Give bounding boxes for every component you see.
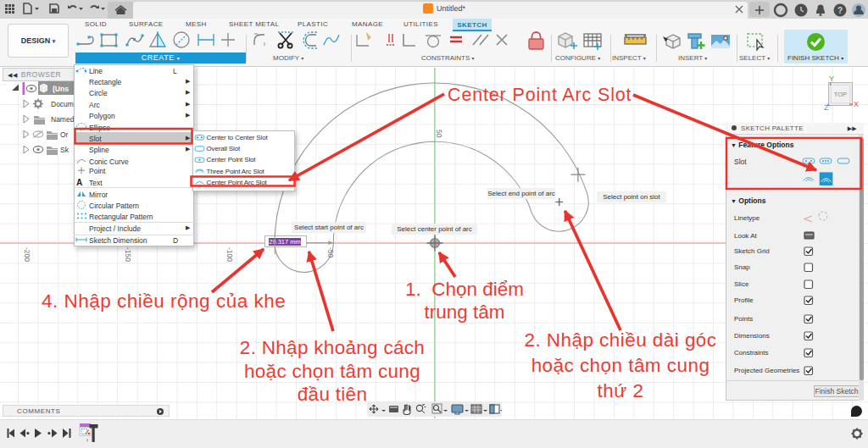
svg-text:-150: -150 — [124, 247, 132, 262]
svg-text:A: A — [76, 178, 82, 187]
svg-text:(Uns: (Uns — [53, 85, 69, 93]
svg-text:-50: -50 — [326, 247, 335, 258]
svg-text:50: 50 — [435, 130, 443, 138]
svg-text:Sk: Sk — [60, 146, 70, 154]
svg-text:Y: Y — [829, 75, 834, 83]
svg-text:?: ? — [837, 6, 843, 15]
svg-text:-200: -200 — [23, 247, 31, 262]
svg-text:Docume: Docume — [51, 100, 76, 108]
svg-text:-100: -100 — [225, 247, 234, 262]
svg-text:Named: Named — [51, 115, 75, 124]
svg-text:X: X — [854, 100, 859, 108]
svg-text:Or: Or — [60, 130, 69, 139]
